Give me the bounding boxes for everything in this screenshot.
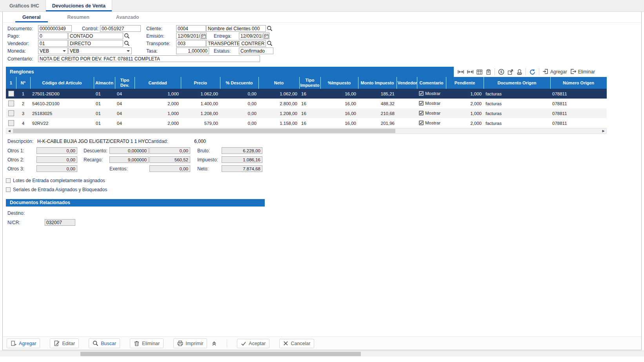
cliente-code-input[interactable] <box>176 25 206 32</box>
col-header-documento-origen[interactable]: Documento Origen <box>484 77 550 89</box>
grid-horizontal-scrollbar[interactable]: ◀ ▶ <box>6 128 607 134</box>
cell-monto-impuesto: 210,68 <box>358 108 397 118</box>
documento-input[interactable] <box>38 25 72 32</box>
col-header-n[interactable]: N° <box>16 77 30 89</box>
col-header-precio[interactable]: Precio <box>181 77 220 89</box>
col-header-tipo-dev[interactable]: Tipo Dev. <box>115 77 135 89</box>
tab-graficos-ihc[interactable]: Gráficos IHC <box>3 0 45 11</box>
imprimir-button[interactable]: Imprimir <box>173 338 207 348</box>
mostrar-button[interactable]: Mostrar <box>419 111 440 115</box>
col-header-codigo[interactable]: Código del Artículo <box>30 77 94 89</box>
col-header-numero-origen[interactable]: Número Origen <box>550 77 607 89</box>
mostrar-button[interactable]: Mostrar <box>419 121 440 125</box>
cliente-search-icon[interactable] <box>267 26 273 31</box>
collapse-toolbar-icon[interactable] <box>211 341 217 346</box>
col-header-cantidad[interactable]: Cantidad <box>135 77 181 89</box>
cell-select <box>6 108 16 118</box>
transporte-code-input[interactable] <box>176 40 206 47</box>
estatus-input[interactable] <box>239 48 273 54</box>
seriales-checkbox[interactable] <box>6 187 11 192</box>
col-header-pendiente[interactable]: Pendiente <box>446 77 484 89</box>
cell-n: 2 <box>16 99 30 108</box>
currency-icon[interactable]: $ <box>498 69 504 75</box>
mostrar-button[interactable]: Mostrar <box>419 91 440 96</box>
table-row[interactable]: 2 54610-2D100 01 04 2,000 1.400,00 0,00 … <box>6 99 607 108</box>
ncr-field <box>45 219 75 226</box>
vendedor-name-input[interactable] <box>68 40 123 47</box>
transporte-search-icon[interactable] <box>267 40 273 46</box>
row-selector[interactable] <box>8 110 14 116</box>
moneda-select-2[interactable]: VEB <box>68 48 132 54</box>
table-row[interactable]: 1 27501-26D00 01 04 1,000 1.062,00 0,00 … <box>6 89 607 99</box>
buscar-button[interactable]: Buscar <box>89 338 120 348</box>
col-header-select[interactable]: 1 <box>6 77 16 89</box>
page-horizontal-scrollbar[interactable] <box>0 351 644 357</box>
lotes-checkbox[interactable] <box>6 178 11 183</box>
control-label: Control: <box>82 26 98 31</box>
tab-devoluciones-de-venta[interactable]: Devoluciones de Venta <box>45 0 112 11</box>
cliente-name-input[interactable] <box>206 25 266 32</box>
col-header-vendedor[interactable]: Vendedor <box>397 77 417 89</box>
col-header-descuento[interactable]: % Descuento <box>220 77 258 89</box>
table-header-row: 1 N° Código del Artículo Almacén Tipo De… <box>6 77 607 89</box>
transporte-name-input[interactable] <box>206 40 266 47</box>
tasa-input[interactable] <box>176 48 209 54</box>
entrega-calendar-icon[interactable] <box>263 33 269 39</box>
devoluciones-panel: General Resumen Avanzado Documento: Cont… <box>2 12 642 350</box>
cantidad-value: 6,000 <box>194 139 206 144</box>
emision-calendar-icon[interactable] <box>200 33 206 39</box>
cancelar-button[interactable]: Cancelar <box>279 339 314 348</box>
toolbar-divider <box>227 340 227 347</box>
col-header-almacen[interactable]: Almacén <box>94 77 115 89</box>
eliminar-button[interactable]: Eliminar <box>130 338 164 348</box>
scrollbar-thumb[interactable] <box>80 352 361 356</box>
vendedor-search-icon[interactable] <box>124 40 130 46</box>
tab-avanzado[interactable]: Avanzado <box>107 12 148 22</box>
cell-cantidad: 2,000 <box>135 99 181 108</box>
row-selector[interactable] <box>8 91 14 97</box>
tab-resumen[interactable]: Resumen <box>59 12 98 22</box>
col-header-tipo-impuesto[interactable]: Tipo Impuesto <box>299 77 320 89</box>
row-selector[interactable] <box>8 101 14 106</box>
eliminar-label: Eliminar <box>142 341 160 346</box>
sub-tabbar: General Resumen Avanzado <box>3 12 641 23</box>
control-input[interactable] <box>100 25 141 32</box>
vendedor-code-input[interactable] <box>38 40 68 47</box>
col-header-pct-impuesto[interactable]: %Impuesto <box>320 77 358 89</box>
editar-label: Editar <box>62 341 75 346</box>
pago-name-input[interactable] <box>68 33 123 39</box>
tab-general[interactable]: General <box>14 12 49 22</box>
scroll-right-icon[interactable]: ▶ <box>600 128 606 133</box>
comentario-input[interactable] <box>38 55 260 62</box>
scroll-left-icon[interactable]: ◀ <box>6 128 12 133</box>
agregar-button[interactable]: Agregar <box>7 338 40 348</box>
paste-icon[interactable] <box>486 69 491 75</box>
pago-search-icon[interactable] <box>124 33 130 39</box>
pago-code-input[interactable] <box>38 33 68 39</box>
table-row[interactable]: 3 25183025 01 04 1,000 1.208,00 0,00 1.2… <box>6 108 607 118</box>
renglones-agregar-button[interactable]: Agregar <box>542 68 567 76</box>
fit-columns-icon[interactable] <box>467 69 473 74</box>
renglones-eliminar-button[interactable]: Eliminar <box>570 68 595 76</box>
window-tabbar: Gráficos IHC Devoluciones de Venta <box>0 0 644 12</box>
vendedor-label: Vendedor: <box>7 41 29 46</box>
cell-numero-origen: 078811 <box>550 118 607 128</box>
expand-columns-icon[interactable] <box>458 69 464 74</box>
col-header-comentario[interactable]: Comentario <box>417 77 446 89</box>
col-header-monto-impuesto[interactable]: Monto Impuesto <box>358 77 397 89</box>
cell-pendiente: 1,000 <box>446 108 484 118</box>
search-icon <box>93 340 98 346</box>
row-selector[interactable] <box>8 120 14 126</box>
seriales-checkbox-row: Seriales de Entrada Asignados y Bloquead… <box>6 186 641 193</box>
table-row[interactable]: 4 92RV22 01 04 2,000 579,00 0,00 1.158,0… <box>6 118 607 128</box>
stamp-icon[interactable] <box>517 69 522 75</box>
scrollbar-thumb[interactable] <box>13 129 395 133</box>
editar-button[interactable]: Editar <box>50 338 79 348</box>
aceptar-button[interactable]: Aceptar <box>237 339 269 348</box>
moneda-select-1[interactable]: VEB <box>38 48 68 54</box>
col-header-neto[interactable]: Neto <box>258 77 299 89</box>
refresh-icon[interactable] <box>529 69 536 75</box>
mostrar-button[interactable]: Mostrar <box>419 101 440 106</box>
export-icon[interactable] <box>508 69 513 75</box>
grid-settings-icon[interactable] <box>477 69 482 75</box>
